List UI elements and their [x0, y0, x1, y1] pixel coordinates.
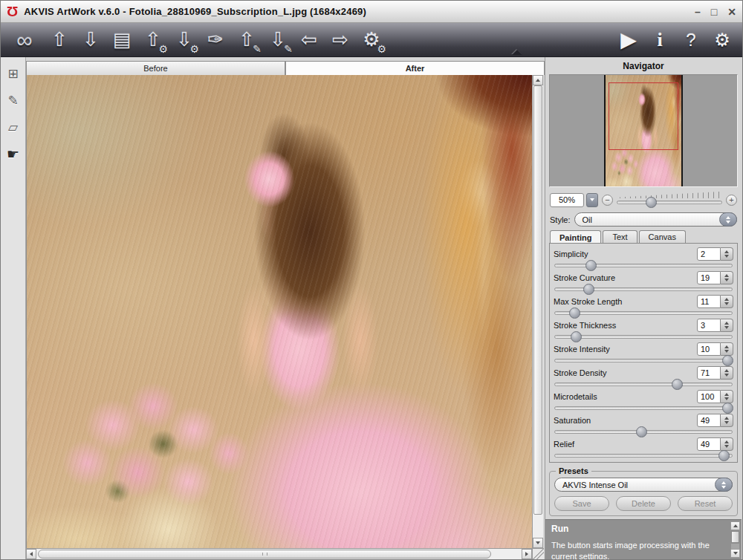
tab-painting[interactable]: Painting: [550, 230, 601, 243]
navigator-thumbnail[interactable]: [604, 75, 683, 186]
param-slider[interactable]: [554, 380, 733, 389]
tab-after[interactable]: After: [285, 61, 545, 75]
hint-title: Run: [551, 524, 728, 534]
param-slider[interactable]: [554, 284, 733, 294]
horizontal-scroll-thumb[interactable]: [38, 550, 491, 559]
run-button[interactable]: ▶: [613, 25, 644, 56]
image-canvas[interactable]: [26, 75, 532, 548]
undo-button[interactable]: ⇦: [293, 25, 325, 56]
print-button[interactable]: ▤: [106, 25, 137, 56]
spin-arrows-icon[interactable]: [721, 390, 733, 403]
scroll-left-icon[interactable]: [26, 549, 36, 559]
param-value-field[interactable]: 49: [697, 437, 721, 451]
zoom-dropdown-button[interactable]: [586, 193, 598, 207]
hint-text: The button starts image processing with …: [551, 540, 728, 559]
param-value-field[interactable]: 3: [697, 319, 721, 332]
preview-area-tool-icon[interactable]: ⊞: [4, 65, 22, 82]
vertical-scrollbar[interactable]: [532, 75, 543, 548]
preview-brush-button[interactable]: ✑: [200, 25, 231, 56]
smudge-tool-icon[interactable]: ☛: [4, 145, 22, 163]
main-toolbar: ∞ ⇧ ⇩ ▤ ⇧⚙ ⇩⚙ ✑ ⇧✎ ⇩✎ ⇦ ⇨ ⚙⚙ ▶ i ? ⚙: [1, 23, 742, 57]
load-strokes-button[interactable]: ⇩✎: [262, 25, 293, 56]
zoom-slider[interactable]: [617, 192, 722, 208]
tab-text[interactable]: Text: [603, 230, 637, 243]
scroll-right-icon[interactable]: [522, 549, 532, 559]
close-button[interactable]: ✕: [727, 7, 736, 17]
spin-arrows-icon[interactable]: [721, 247, 733, 261]
tool-sidebar: ⊞ ✎ ▱ ☛: [1, 57, 26, 559]
zoom-in-button[interactable]: +: [726, 195, 737, 206]
after-painting-image[interactable]: [27, 75, 532, 548]
param-row: Relief 49: [554, 437, 733, 460]
stroke-direction-tool-icon[interactable]: ✎: [4, 91, 22, 109]
param-slider[interactable]: [554, 451, 733, 460]
param-value-field[interactable]: 2: [697, 247, 721, 261]
reset-preset-button[interactable]: Reset: [678, 496, 733, 511]
maximize-button[interactable]: □: [711, 7, 717, 17]
export-presets-button[interactable]: ⇩⚙: [169, 25, 200, 56]
spin-arrows-icon[interactable]: [721, 319, 733, 332]
hint-scroll-up-icon[interactable]: [730, 521, 740, 530]
param-value-field[interactable]: 71: [697, 366, 721, 380]
spin-arrows-icon[interactable]: [721, 342, 733, 356]
param-value-field[interactable]: 11: [697, 295, 721, 308]
painting-parameters: Simplicity 2 Stroke Curvature 19 Max Str…: [549, 243, 738, 463]
param-slider[interactable]: [554, 332, 733, 342]
tab-before[interactable]: Before: [26, 61, 285, 75]
presets-group: Presets AKVIS Intense Oil Save Delete Re…: [549, 466, 738, 516]
help-button[interactable]: ?: [675, 25, 707, 56]
spin-arrows-icon[interactable]: [721, 295, 733, 308]
zoom-controls: 50% − +: [545, 187, 742, 211]
style-dropdown[interactable]: Oil: [574, 212, 737, 227]
eraser-tool-icon[interactable]: ▱: [4, 118, 22, 136]
akvis-horseshoe-logo-icon: Ω: [7, 4, 18, 19]
open-image-button[interactable]: ⇧: [44, 25, 75, 56]
param-row: Saturation 49: [554, 413, 733, 437]
batch-processing-button[interactable]: ⚙⚙: [356, 25, 387, 56]
preferences-button[interactable]: ⚙: [707, 25, 738, 56]
vertical-scroll-thumb[interactable]: [533, 85, 542, 515]
horizontal-scrollbar[interactable]: [26, 548, 532, 559]
param-value-field[interactable]: 100: [697, 390, 721, 403]
param-row: Stroke Thickness 3: [554, 318, 733, 342]
spin-arrows-icon[interactable]: [721, 414, 733, 427]
tab-canvas[interactable]: Canvas: [639, 230, 686, 243]
preset-dropdown[interactable]: AKVIS Intense Oil: [554, 478, 733, 492]
about-button[interactable]: i: [644, 25, 675, 56]
param-value-field[interactable]: 10: [697, 342, 721, 356]
param-slider[interactable]: [554, 427, 733, 437]
delete-preset-button[interactable]: Delete: [616, 496, 671, 511]
navigator-viewport-frame[interactable]: [609, 82, 678, 151]
spin-arrows-icon[interactable]: [721, 366, 733, 380]
save-strokes-button[interactable]: ⇧✎: [231, 25, 262, 56]
param-slider[interactable]: [554, 356, 733, 365]
hint-scroll-down-icon[interactable]: [730, 549, 740, 558]
resize-corner[interactable]: [532, 548, 544, 559]
panel-collapse-notch-icon[interactable]: [512, 50, 522, 55]
zoom-value-field[interactable]: 50%: [550, 193, 584, 207]
param-slider[interactable]: [554, 261, 733, 270]
zoom-slider-thumb[interactable]: [646, 197, 657, 208]
import-presets-button[interactable]: ⇧⚙: [137, 25, 169, 56]
before-after-tabstrip: Before After: [26, 61, 545, 75]
zoom-tick-marks: [620, 192, 719, 198]
param-slider[interactable]: [554, 308, 733, 318]
param-value-field[interactable]: 19: [697, 271, 721, 284]
presets-title: Presets: [556, 466, 591, 475]
title-bar: Ω AKVIS ArtWork v.6.0 - Fotolia_28810969…: [1, 1, 742, 23]
save-image-button[interactable]: ⇩: [75, 25, 106, 56]
zoom-out-button[interactable]: −: [602, 195, 613, 206]
preset-spinner-icon[interactable]: [715, 478, 733, 492]
save-preset-button[interactable]: Save: [554, 496, 609, 511]
param-value-field[interactable]: 49: [697, 414, 721, 427]
hint-scroll-thumb[interactable]: [731, 531, 739, 543]
minimize-button[interactable]: –: [695, 7, 701, 17]
param-slider[interactable]: [554, 403, 733, 413]
spin-arrows-icon[interactable]: [721, 437, 733, 451]
scroll-up-icon[interactable]: [533, 75, 543, 85]
redo-button[interactable]: ⇨: [325, 25, 356, 56]
hint-scrollbar[interactable]: [730, 521, 740, 558]
style-spinner-icon[interactable]: [719, 212, 737, 227]
scroll-down-icon[interactable]: [533, 538, 543, 548]
spin-arrows-icon[interactable]: [721, 271, 733, 284]
